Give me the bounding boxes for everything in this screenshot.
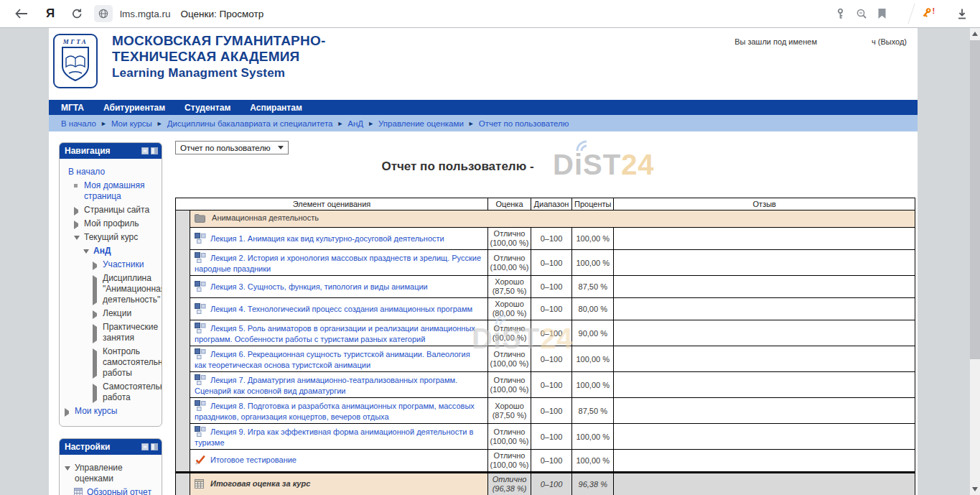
find-icon[interactable] bbox=[856, 8, 867, 19]
breadcrumb-link-1[interactable]: Мои курсы bbox=[111, 119, 152, 128]
report-icon[interactable] bbox=[74, 488, 83, 495]
grade-item-cell: Лекция 9. Игра как эффективная форма ани… bbox=[190, 424, 488, 450]
sidebar-item[interactable]: АнД bbox=[65, 246, 159, 256]
scroll-down-icon[interactable] bbox=[970, 484, 980, 495]
range-cell: 0–100 bbox=[531, 228, 572, 250]
scroll-up-icon[interactable] bbox=[970, 28, 980, 40]
password-alert-icon[interactable]: ! bbox=[922, 7, 937, 20]
collapsed-icon[interactable] bbox=[93, 348, 99, 379]
svg-text:!: ! bbox=[933, 7, 935, 15]
collapsed-icon[interactable] bbox=[93, 262, 99, 270]
sidebar-item-label: АнД bbox=[93, 246, 159, 256]
sidebar-item[interactable]: В начало bbox=[65, 167, 159, 177]
feedback-cell bbox=[614, 372, 915, 398]
breadcrumb-link-3[interactable]: АнД bbox=[347, 119, 363, 128]
sidebar-item[interactable]: Лекции bbox=[65, 308, 159, 319]
block-collapse-icon[interactable] bbox=[141, 147, 149, 154]
expanded-icon[interactable] bbox=[74, 234, 80, 243]
collapsed-icon[interactable] bbox=[74, 207, 80, 216]
breadcrumb-link-4[interactable]: Управление оценками bbox=[378, 119, 464, 128]
collapsed-icon[interactable] bbox=[93, 275, 99, 305]
address-bar[interactable]: lms.mgta.ru Оценки: Просмотр bbox=[94, 5, 835, 22]
grade-item-cell: Лекция 1. Анимация как вид культурно-дос… bbox=[190, 228, 488, 250]
grade-item-cell: Лекция 7. Драматургия анимационно-театра… bbox=[190, 372, 488, 398]
grade-item-link[interactable]: Лекция 9. Игра как эффективная форма ани… bbox=[195, 427, 473, 447]
expanded-icon[interactable] bbox=[65, 465, 71, 484]
report-type-select[interactable]: Отчет по пользователю bbox=[175, 141, 289, 154]
collapsed-icon[interactable] bbox=[65, 408, 71, 417]
sidebar-item[interactable]: Контроль самостоятельной работы bbox=[65, 346, 159, 379]
grade-item-link[interactable]: Лекция 8. Подготовка и разработка анимац… bbox=[195, 402, 475, 421]
sidebar-item[interactable]: Дисциплина "Анимационная деятельность" bbox=[65, 273, 159, 305]
percent-cell: 100,00 % bbox=[572, 228, 614, 250]
settings-tree: Управление оценками Обзорный отчет Отчет… bbox=[60, 455, 162, 495]
collapsed-icon[interactable] bbox=[93, 324, 99, 343]
navigation-block: Навигация В начало Моя домашняя страница… bbox=[59, 142, 162, 427]
key-icon[interactable] bbox=[835, 8, 846, 19]
feedback-cell bbox=[614, 276, 915, 298]
grade-item-link[interactable]: Лекция 1. Анимация как вид культурно-дос… bbox=[210, 234, 444, 243]
feedback-cell bbox=[614, 346, 915, 372]
grade-row: Лекция 5. Роль аниматоров в организации … bbox=[176, 320, 915, 346]
grade-item-link[interactable]: Лекция 4. Технологический процесс создан… bbox=[210, 305, 472, 313]
scrollbar-thumb[interactable] bbox=[970, 40, 980, 359]
sidebar-item[interactable]: Обзорный отчет bbox=[65, 487, 159, 495]
chrome-toolbar: ! bbox=[835, 3, 980, 24]
sidebar-item[interactable]: Мои курсы bbox=[65, 406, 159, 417]
block-collapse-icon[interactable] bbox=[141, 443, 149, 450]
settings-block-title: Настройки bbox=[65, 442, 110, 452]
percent-cell: 100,00 % bbox=[572, 450, 614, 473]
breadcrumb-link-2[interactable]: Дисциплины бакалавриата и специалитета bbox=[167, 119, 333, 128]
sidebar-item[interactable]: Мой профиль bbox=[65, 218, 159, 229]
nav-item-1[interactable]: Абитуриентам bbox=[103, 103, 165, 113]
collapsed-icon[interactable] bbox=[93, 384, 99, 403]
collapsed-icon[interactable] bbox=[74, 221, 80, 229]
feedback-cell bbox=[614, 228, 915, 250]
breadcrumb-link-0[interactable]: В начало bbox=[61, 119, 96, 128]
url-text: lms.mgta.ru bbox=[120, 9, 171, 19]
nav-item-3[interactable]: Аспирантам bbox=[250, 103, 302, 113]
block-dock-icon[interactable] bbox=[151, 147, 158, 154]
grade-item-link[interactable]: Лекция 6. Рекреационная сущность туристс… bbox=[195, 350, 470, 369]
page-scrollbar[interactable] bbox=[970, 28, 980, 495]
expanded-icon[interactable] bbox=[83, 248, 90, 256]
sidebar-item[interactable]: Страницы сайта bbox=[65, 205, 159, 216]
breadcrumb-link-5[interactable]: Отчет по пользователю bbox=[479, 119, 569, 128]
col-header-item: Элемент оценивания bbox=[176, 198, 488, 211]
sidebar-item[interactable]: Практические занятия bbox=[65, 322, 159, 343]
grade-item-link[interactable]: Лекция 2. История и хронология массовых … bbox=[195, 254, 481, 273]
yandex-browser-icon[interactable]: Я bbox=[43, 6, 57, 21]
download-icon[interactable] bbox=[956, 8, 969, 20]
nav-item-0[interactable]: МГТА bbox=[61, 103, 84, 113]
nav-item-2[interactable]: Студентам bbox=[185, 103, 230, 113]
logout-link[interactable]: (Выход) bbox=[878, 37, 907, 46]
quiz-icon bbox=[195, 455, 206, 466]
percent-cell: 100,00 % bbox=[572, 346, 614, 372]
sidebar-item[interactable]: Самостоятельная работа bbox=[65, 381, 159, 403]
feedback-cell bbox=[614, 450, 915, 473]
grade-row: Лекция 8. Подготовка и разработка анимац… bbox=[176, 398, 915, 424]
reload-icon[interactable] bbox=[69, 8, 85, 19]
sidebar-item-label: Самостоятельная работа bbox=[103, 381, 162, 403]
collapsed-icon[interactable] bbox=[93, 310, 99, 319]
grade-row: Лекция 4. Технологический процесс создан… bbox=[176, 298, 915, 320]
sidebar-item[interactable]: Моя домашняя страница bbox=[65, 180, 159, 202]
bullet-icon[interactable] bbox=[74, 182, 80, 202]
grade-item-link[interactable]: Итоговое тестирование bbox=[210, 455, 297, 464]
percent-cell: 100,00 % bbox=[572, 250, 614, 276]
sidebar-item[interactable]: Текущий курс bbox=[65, 232, 159, 243]
grade-item-link[interactable]: Лекция 7. Драматургия анимационно-театра… bbox=[195, 376, 457, 395]
grade-item-link[interactable]: Лекция 5. Роль аниматоров в организации … bbox=[195, 324, 475, 343]
range-cell: 0–100 bbox=[531, 276, 572, 298]
sidebar-item[interactable]: Управление оценками bbox=[65, 463, 159, 484]
sidebar-item[interactable]: Участники bbox=[65, 259, 159, 270]
bookmark-icon[interactable] bbox=[877, 8, 887, 19]
indent-cell bbox=[176, 346, 190, 372]
lesson-icon bbox=[195, 252, 206, 264]
sidebar-item-label: Практические занятия bbox=[103, 322, 159, 343]
grade-item-link[interactable]: Лекция 3. Сущность, функция, типология и… bbox=[210, 282, 428, 291]
feedback-cell bbox=[614, 250, 915, 276]
range-cell: 0–100 bbox=[531, 372, 572, 398]
block-dock-icon[interactable] bbox=[151, 443, 158, 450]
back-icon[interactable] bbox=[13, 8, 30, 19]
